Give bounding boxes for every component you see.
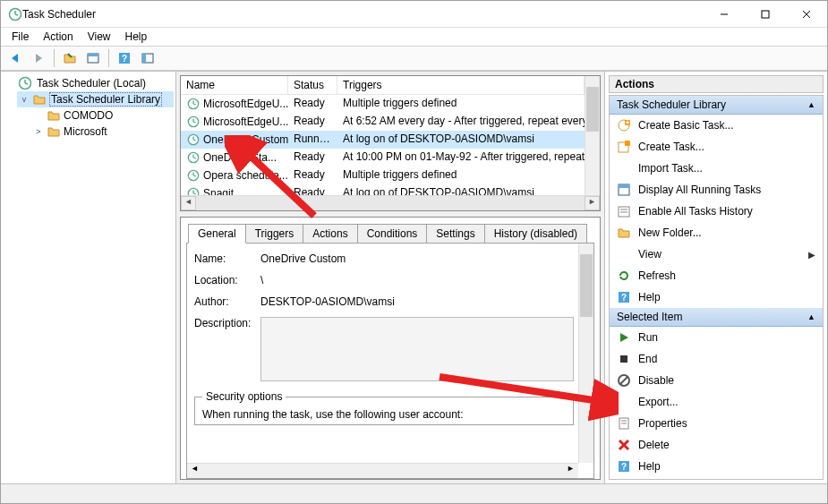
nav-forward-button[interactable] (28, 48, 49, 68)
action-view[interactable]: View▶ (610, 243, 823, 265)
scroll-left-icon[interactable]: ◄ (181, 196, 196, 210)
task-row[interactable]: SnagitReadyAt log on of DESKTOP-0ASIOMD\… (181, 184, 585, 195)
action-help[interactable]: ?Help (610, 286, 823, 308)
menu-bar: File Action View Help (1, 28, 827, 46)
actions-header: Actions (609, 75, 824, 93)
details-vscroll[interactable] (578, 243, 593, 463)
expander-icon[interactable]: v (19, 95, 30, 104)
running-icon (617, 183, 631, 197)
toolbar-separator (108, 49, 109, 67)
col-status[interactable]: Status (288, 76, 337, 94)
action-running[interactable]: Display All Running Tasks (610, 179, 823, 201)
task-name: OneDrive Custom (203, 133, 288, 146)
tab-conditions[interactable]: Conditions (357, 224, 428, 243)
action-disable[interactable]: Disable (610, 370, 823, 391)
action-folder[interactable]: New Folder... (610, 222, 823, 243)
task-trigger: At 6:52 AM every day - After triggered, … (337, 114, 585, 130)
toolbar-folder-button[interactable] (59, 48, 81, 68)
svg-marker-8 (36, 54, 42, 63)
task-clock-icon (186, 168, 201, 183)
svg-marker-7 (12, 54, 18, 63)
action-label: View (638, 248, 662, 261)
tab-settings[interactable]: Settings (426, 224, 484, 243)
tab-general[interactable]: General (188, 224, 246, 243)
task-row[interactable]: OneDrive CustomRunningAt log on of DESKT… (181, 131, 585, 149)
value-author: DESKTOP-0ASIOMD\vamsi (260, 295, 574, 308)
scroll-right-icon[interactable]: ► (585, 196, 600, 210)
maximize-button[interactable] (745, 1, 786, 27)
action-create[interactable]: Create Task... (610, 136, 823, 158)
tab-actions[interactable]: Actions (303, 224, 357, 243)
toolbar-help-button[interactable]: ? (114, 48, 135, 68)
task-name: Snagit (203, 187, 234, 195)
vertical-scrollbar[interactable] (585, 76, 600, 195)
action-label: Disable (638, 374, 674, 387)
security-text: When running the task, use the following… (202, 408, 566, 421)
tree-library[interactable]: v Task Scheduler Library (17, 91, 174, 107)
properties-icon (617, 416, 631, 431)
tree-child-microsoft[interactable]: > Microsoft (31, 124, 174, 140)
svg-rect-42 (619, 184, 629, 188)
folder-icon (47, 124, 61, 139)
details-hscroll[interactable]: ◄► (187, 463, 578, 478)
tab-triggers[interactable]: Triggers (245, 224, 304, 243)
tree-child-comodo[interactable]: COMODO (31, 107, 174, 124)
toolbar-separator (54, 49, 55, 67)
menu-action[interactable]: Action (36, 29, 80, 45)
action-refresh[interactable]: Refresh (610, 265, 823, 286)
action-run[interactable]: Run (610, 327, 823, 348)
collapse-icon[interactable]: ▲ (807, 100, 815, 109)
actions-section-library-title: Task Scheduler Library (617, 98, 726, 111)
action-properties[interactable]: Properties (610, 413, 823, 434)
task-status: Ready (288, 149, 337, 166)
actions-section-selected[interactable]: Selected Item ▲ (610, 308, 823, 327)
tree-root[interactable]: Task Scheduler (Local) (3, 75, 174, 91)
toolbar-pane2-button[interactable] (137, 48, 158, 68)
task-name: MicrosoftEdgeU... (203, 115, 288, 128)
menu-file[interactable]: File (4, 29, 36, 45)
tree-pane[interactable]: Task Scheduler (Local) v Task Scheduler … (1, 72, 176, 483)
nav-back-button[interactable] (4, 48, 26, 68)
view-icon (617, 247, 631, 261)
actions-section-library[interactable]: Task Scheduler Library ▲ (610, 96, 823, 115)
minimize-button[interactable] (704, 1, 745, 27)
tree-library-label: Task Scheduler Library (49, 92, 162, 107)
col-triggers[interactable]: Triggers (337, 76, 585, 94)
action-create-basic[interactable]: ★Create Basic Task... (610, 115, 823, 136)
task-clock-icon (186, 186, 201, 195)
description-box[interactable] (260, 317, 574, 381)
collapse-icon[interactable]: ▲ (807, 312, 815, 321)
col-name[interactable]: Name (181, 76, 288, 94)
close-button[interactable] (786, 1, 827, 27)
action-export[interactable]: Export... (610, 391, 823, 413)
task-status: Ready (288, 96, 337, 112)
action-delete[interactable]: Delete (610, 434, 823, 456)
action-end[interactable]: End (610, 348, 823, 370)
menu-view[interactable]: View (81, 29, 118, 45)
menu-help[interactable]: Help (118, 29, 155, 45)
expander-icon[interactable]: > (33, 127, 44, 136)
action-history[interactable]: Enable All Tasks History (610, 201, 823, 222)
toolbar-pane-button[interactable] (82, 48, 104, 68)
svg-rect-40 (625, 141, 630, 146)
tree-root-label: Task Scheduler (Local) (35, 76, 148, 90)
action-help[interactable]: ?Help (610, 456, 823, 477)
svg-text:?: ? (122, 54, 127, 64)
task-row[interactable]: Opera schedule...ReadyMultiple triggers … (181, 167, 585, 184)
task-rows[interactable]: MicrosoftEdgeU...ReadyMultiple triggers … (181, 95, 585, 195)
refresh-icon (617, 269, 631, 283)
svg-rect-4 (762, 11, 769, 18)
action-label: Enable All Tasks History (638, 205, 753, 218)
label-location: Location: (194, 274, 260, 286)
horizontal-scrollbar[interactable]: ◄ ► (181, 195, 600, 210)
create-basic-icon: ★ (617, 118, 631, 132)
task-row[interactable]: OneDrive Sta...ReadyAt 10:00 PM on 01-Ma… (181, 149, 585, 167)
task-clock-icon (186, 132, 201, 147)
task-row[interactable]: MicrosoftEdgeU...ReadyMultiple triggers … (181, 95, 585, 113)
label-author: Author: (194, 295, 260, 308)
task-row[interactable]: MicrosoftEdgeU...ReadyAt 6:52 AM every d… (181, 113, 585, 131)
task-status: Running (288, 132, 337, 148)
tab-history[interactable]: History (disabled) (484, 224, 587, 243)
value-location: \ (260, 274, 574, 286)
action-import[interactable]: Import Task... (610, 158, 823, 179)
